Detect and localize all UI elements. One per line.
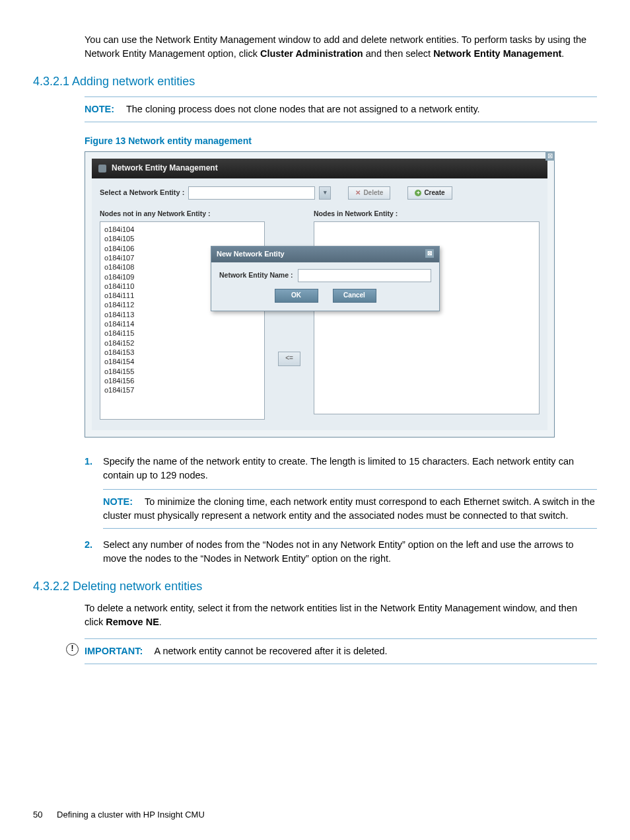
list-item[interactable]: o184i152 bbox=[104, 338, 260, 348]
list-item[interactable]: o184i155 bbox=[104, 367, 260, 376]
list-item[interactable]: o184i105 bbox=[104, 234, 260, 243]
window-title: Network Entity Management bbox=[112, 163, 218, 174]
section-heading-adding: 4.3.2.1 Adding network entities bbox=[33, 73, 597, 90]
move-left-button[interactable]: <= bbox=[278, 352, 300, 366]
intro-paragraph: You can use the Network Entity Managemen… bbox=[85, 33, 597, 61]
window-titlebar: Network Entity Management bbox=[92, 159, 547, 178]
section-heading-deleting: 4.3.2.2 Deleting network entities bbox=[33, 578, 597, 595]
list-item[interactable]: o184i114 bbox=[104, 319, 260, 328]
step-1: Specify the name of the network entity t… bbox=[103, 455, 597, 529]
note-text: The cloning process does not clone nodes… bbox=[126, 104, 480, 114]
list-item[interactable]: o184i153 bbox=[104, 348, 260, 357]
entity-name-input[interactable] bbox=[298, 269, 431, 282]
list-item[interactable]: o184i113 bbox=[104, 310, 260, 319]
list-item[interactable]: o184i156 bbox=[104, 376, 260, 385]
select-entity-label: Select a Network Entity : bbox=[100, 188, 184, 198]
list-item[interactable]: o184i154 bbox=[104, 357, 260, 366]
select-entity-input[interactable] bbox=[188, 186, 315, 200]
app-icon bbox=[98, 165, 106, 172]
note-label: NOTE: bbox=[103, 496, 133, 507]
screenshot-network-entity-mgmt: ⊠ Network Entity Management Select a Net… bbox=[85, 151, 555, 438]
left-list-label: Nodes not in any Network Entity : bbox=[100, 209, 265, 219]
delete-paragraph: To delete a network entity, select it fr… bbox=[85, 601, 597, 629]
delete-button[interactable]: ✕ Delete bbox=[348, 186, 390, 200]
step-2: Select any number of nodes from the “Nod… bbox=[103, 538, 597, 566]
close-icon[interactable]: ⊠ bbox=[545, 151, 555, 161]
steps-list: Specify the name of the network entity t… bbox=[85, 455, 597, 566]
note-text: To minimize the cloning time, each netwo… bbox=[103, 496, 595, 521]
list-item[interactable]: o184i104 bbox=[104, 225, 260, 234]
figure-caption: Figure 13 Network entity management bbox=[85, 134, 597, 147]
note-label: NOTE: bbox=[85, 104, 114, 114]
note-block: NOTE: The cloning process does not clone… bbox=[85, 96, 597, 122]
ok-button[interactable]: OK bbox=[275, 289, 318, 303]
step-1-note: NOTE: To minimize the cloning time, each… bbox=[103, 489, 597, 529]
dropdown-icon[interactable]: ▾ bbox=[319, 186, 331, 200]
create-button[interactable]: + Create bbox=[407, 186, 452, 200]
new-entity-dialog: New Network Entity ⊠ Network Entity Name… bbox=[211, 246, 440, 311]
right-list-label: Nodes in Network Entity : bbox=[314, 209, 540, 219]
cancel-button[interactable]: Cancel bbox=[333, 289, 376, 303]
list-item[interactable]: o184i115 bbox=[104, 328, 260, 338]
dialog-title: New Network Entity bbox=[217, 249, 285, 260]
important-text: A network entity cannot be recovered aft… bbox=[155, 646, 388, 656]
x-icon: ✕ bbox=[355, 188, 361, 198]
important-icon: ! bbox=[66, 643, 79, 656]
entity-name-label: Network Entity Name : bbox=[219, 270, 293, 280]
toolbar: Select a Network Entity : ▾ ✕ Delete + C… bbox=[100, 186, 540, 200]
close-icon[interactable]: ⊠ bbox=[425, 249, 434, 258]
important-block: ! IMPORTANT: A network entity cannot be … bbox=[85, 638, 597, 664]
list-item[interactable]: o184i157 bbox=[104, 385, 260, 395]
plus-icon: + bbox=[415, 190, 421, 196]
important-label: IMPORTANT: bbox=[85, 646, 143, 656]
